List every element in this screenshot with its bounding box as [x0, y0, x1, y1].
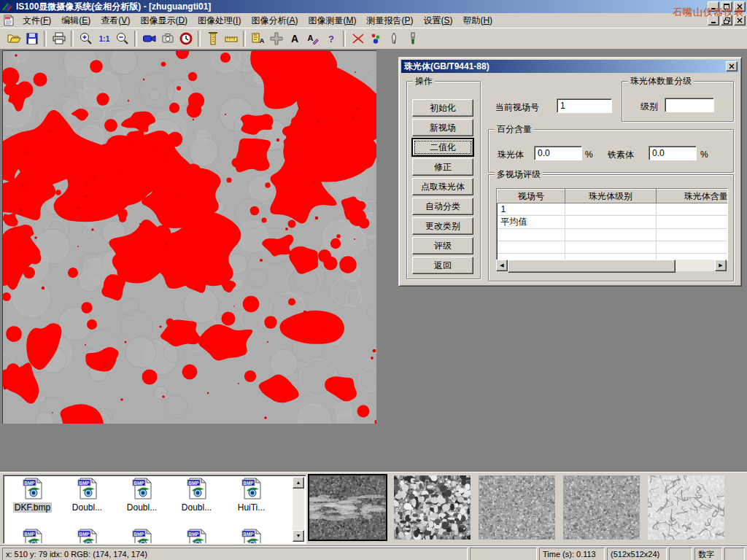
- file-item[interactable]: BMP: [224, 528, 279, 544]
- mode-panel: 数字: [694, 548, 722, 560]
- file-item[interactable]: BMPDoubl...: [60, 477, 115, 513]
- init-button[interactable]: 初始化: [412, 99, 473, 117]
- rate-button[interactable]: 评级: [412, 237, 473, 254]
- thumb-3[interactable]: [479, 475, 555, 540]
- table-hscrollbar[interactable]: ◀ ▶: [496, 260, 727, 271]
- menu-i[interactable]: 图像处理(I): [193, 14, 246, 27]
- table-row[interactable]: 平均值0.0: [498, 216, 729, 229]
- save-icon[interactable]: [23, 30, 41, 47]
- thumb-5[interactable]: [648, 475, 724, 540]
- scroll-left-button[interactable]: ◀: [496, 260, 508, 271]
- new-field-button[interactable]: 新视场: [412, 119, 473, 136]
- grid-icon[interactable]: [267, 30, 285, 47]
- toolbar-separator: [198, 31, 201, 47]
- toolbar-separator: [243, 31, 246, 47]
- ferrite-percent-input[interactable]: [649, 146, 697, 160]
- col-header[interactable]: 视场号: [498, 190, 565, 203]
- text-icon[interactable]: A: [285, 30, 303, 47]
- print-icon[interactable]: [50, 30, 68, 47]
- status-bar: x: 510 y: 79 idx: 0 RGB: (174, 174, 174)…: [0, 545, 747, 560]
- picker-pen-icon[interactable]: [385, 30, 403, 47]
- video-camera-icon[interactable]: [140, 30, 158, 47]
- dialog-close-button[interactable]: [726, 61, 738, 71]
- table-row[interactable]: [498, 229, 729, 241]
- pearlite-percent-input[interactable]: [534, 146, 582, 160]
- annotate-icon[interactable]: A: [303, 30, 322, 47]
- title-bar[interactable]: IS100显微摄像系统(金相分析版) - [zhuguangti01]: [0, 0, 747, 13]
- dialog-title-bar[interactable]: 珠光体(GB/T9441-88): [401, 60, 739, 73]
- file-name: Doubl...: [125, 502, 158, 513]
- menu-v[interactable]: 查看(V): [96, 14, 135, 27]
- correct-button[interactable]: 修正: [412, 158, 473, 176]
- vendor-watermark: 石嘴山仪器仪表: [673, 6, 744, 19]
- file-item[interactable]: BMPDoubl...: [115, 477, 169, 513]
- zoom-out-icon[interactable]: [113, 30, 131, 47]
- time-panel: Time (s): 0.113: [539, 548, 605, 560]
- menu-e[interactable]: 编辑(E): [56, 14, 96, 27]
- ferrite-percent-sign: %: [700, 149, 708, 160]
- scroll-right-button[interactable]: ▶: [715, 260, 727, 271]
- file-item[interactable]: BMP: [115, 528, 169, 544]
- percent-group: 百分含量 珠光体 % 铁素体 %: [488, 129, 734, 173]
- table-row[interactable]: [498, 241, 729, 254]
- help-icon[interactable]: ?: [322, 30, 340, 47]
- table-row[interactable]: 10.0: [498, 203, 729, 216]
- change-class-button[interactable]: 更改类别: [412, 217, 473, 235]
- open-icon[interactable]: [4, 30, 23, 47]
- thumb-4[interactable]: [563, 475, 640, 540]
- thumb-1[interactable]: [309, 475, 386, 540]
- menu-d[interactable]: 图像显示(D): [135, 14, 193, 27]
- blank-panel-3: [724, 548, 745, 560]
- measure-text-icon[interactable]: A: [249, 30, 267, 47]
- brush-icon[interactable]: [403, 30, 422, 47]
- auto-classify-button[interactable]: 自动分类: [412, 198, 473, 215]
- file-item[interactable]: BMPDKF.bmp: [5, 477, 60, 513]
- file-item[interactable]: BMPDoubl...: [169, 477, 224, 513]
- file-item[interactable]: BMP: [5, 528, 60, 544]
- scroll-up-button[interactable]: ▲: [293, 477, 304, 489]
- col-header[interactable]: 珠光体含量(%): [657, 190, 729, 203]
- return-button[interactable]: 返回: [412, 257, 473, 274]
- file-item[interactable]: BMP: [60, 528, 115, 544]
- menu-m[interactable]: 图像测量(M): [303, 14, 361, 27]
- toolbar-separator: [44, 31, 47, 47]
- svg-text:?: ?: [328, 34, 334, 44]
- clock-icon[interactable]: [177, 30, 195, 47]
- menu-h[interactable]: 帮助(H): [457, 14, 498, 27]
- svg-text:BMP: BMP: [79, 481, 90, 486]
- grade-input[interactable]: [665, 98, 714, 112]
- one-to-one-icon[interactable]: 1:1: [95, 30, 113, 47]
- svg-text:BMP: BMP: [188, 532, 199, 537]
- caliper-icon[interactable]: [204, 30, 222, 47]
- toolbar-separator: [343, 31, 346, 47]
- scroll-thumb[interactable]: [508, 260, 676, 273]
- document-icon[interactable]: [3, 15, 15, 26]
- rating-table[interactable]: 视场号珠光体级别珠光体含量(%)铁素体含量(%)10.0平均值0.0: [496, 188, 728, 261]
- blank-panel-1: [470, 548, 537, 560]
- ruler-icon[interactable]: [222, 30, 240, 47]
- file-item[interactable]: BMP: [169, 528, 224, 544]
- metallograph-image[interactable]: [2, 50, 376, 424]
- operation-group-label: 操作: [413, 76, 435, 86]
- menu-f[interactable]: 文件(F): [18, 14, 56, 27]
- scroll-down-button[interactable]: ▼: [293, 530, 304, 542]
- file-vscrollbar[interactable]: ▲ ▼: [293, 477, 304, 542]
- particles-icon[interactable]: [367, 30, 385, 47]
- zoom-in-icon[interactable]: [77, 30, 95, 47]
- svg-text:A: A: [307, 34, 313, 42]
- binarize-button[interactable]: 二值化: [412, 139, 473, 156]
- menu-s[interactable]: 设置(S): [418, 14, 457, 27]
- current-field-input[interactable]: [557, 98, 612, 113]
- file-name: Doubl...: [180, 502, 213, 513]
- menu-p[interactable]: 测量报告(P): [361, 14, 418, 27]
- mdi-client-area: 珠光体(GB/T9441-88) 操作 初始化新视场二值化修正点取珠光体自动分类…: [0, 50, 747, 472]
- pick-pearlite-button[interactable]: 点取珠光体: [412, 178, 473, 195]
- svg-text:BMP: BMP: [79, 532, 90, 537]
- curve-tool-icon[interactable]: [349, 30, 367, 47]
- camera-icon[interactable]: [158, 30, 177, 47]
- svg-text:BMP: BMP: [243, 481, 254, 486]
- file-item[interactable]: BMPHuiTi...: [224, 477, 279, 513]
- menu-a[interactable]: 图像分析(A): [246, 14, 303, 27]
- thumb-2[interactable]: [394, 475, 471, 540]
- col-header[interactable]: 珠光体级别: [565, 190, 657, 203]
